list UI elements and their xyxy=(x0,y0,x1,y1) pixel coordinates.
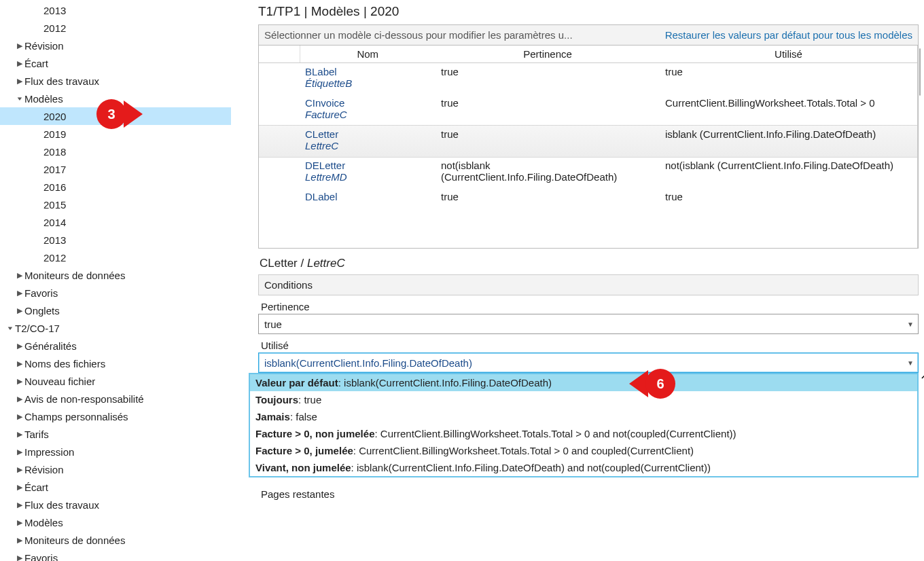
dropdown-option[interactable]: Jamais: false xyxy=(250,408,917,425)
tree-item[interactable]: Écart xyxy=(0,54,231,72)
tree-item-label: Onglets xyxy=(24,305,60,316)
pertinence-label: Pertinence xyxy=(258,295,919,314)
utilise-combo[interactable]: isblank(CurrentClient.Info.Filing.DateOf… xyxy=(258,352,919,373)
sidebar: 20132012RévisionÉcartFlux des travauxMod… xyxy=(0,0,231,561)
dropdown-option[interactable]: Toujours: true xyxy=(250,391,917,408)
chevron-down-icon: ▼ xyxy=(907,359,914,367)
dropdown-option[interactable]: Vivant, non jumelée: isblank(CurrentClie… xyxy=(250,459,917,476)
tree-item-label: Modèles xyxy=(24,93,63,105)
chevron-right-icon xyxy=(15,271,24,280)
tree-item[interactable]: Nouveau fichier xyxy=(0,372,231,390)
tree-item-label: Révision xyxy=(24,40,64,52)
tree-item[interactable]: 2012 xyxy=(0,249,231,266)
tree-item-label: Modèles xyxy=(24,517,63,528)
tree-item[interactable]: Impression xyxy=(0,443,231,460)
tree-item[interactable]: 2017 xyxy=(0,160,231,178)
table-scrollbar[interactable] xyxy=(917,46,918,248)
chevron-right-icon xyxy=(15,501,24,509)
restore-defaults-link[interactable]: Restaurer les valeurs par défaut pour to… xyxy=(665,29,912,41)
tree-item[interactable]: 2013 xyxy=(0,1,231,19)
chevron-down-icon xyxy=(5,324,15,332)
tree-item-label: 2014 xyxy=(43,217,66,228)
tree-item-label: 2018 xyxy=(43,146,66,158)
tree-item[interactable]: Champs personnalisés xyxy=(0,408,231,425)
chevron-right-icon xyxy=(15,536,24,545)
tree-item-label: 2013 xyxy=(43,234,66,246)
dropdown-option[interactable]: Facture > 0, non jumelée: CurrentClient.… xyxy=(250,425,917,442)
chevron-right-icon xyxy=(15,41,24,50)
chevron-right-icon xyxy=(15,518,24,527)
tree-item-label: Nouveau fichier xyxy=(24,376,95,387)
subheader: Sélectionner un modèle ci-dessous pour m… xyxy=(258,24,919,45)
tree-item[interactable]: Flux des travaux xyxy=(0,496,231,513)
dropdown-option[interactable]: Facture > 0, jumelée: CurrentClient.Bill… xyxy=(250,442,917,459)
tree-item-label: 2016 xyxy=(43,181,66,193)
tree-item-label: Avis de non-responsabilité xyxy=(24,393,144,405)
chevron-right-icon xyxy=(15,465,24,474)
table-row[interactable]: CInvoiceFactureCtrueCurrentClient.Billin… xyxy=(259,94,917,126)
tree-item[interactable]: Révision xyxy=(0,37,231,54)
breadcrumb: T1/TP1 | Modèles | 2020 xyxy=(258,0,919,24)
tree-item[interactable]: 2015 xyxy=(0,196,231,213)
table-row[interactable]: DLabeltruetrue xyxy=(259,188,917,208)
tree-item[interactable]: Révision xyxy=(0,460,231,478)
tree-item[interactable]: Flux des travaux xyxy=(0,72,231,90)
tree-item-label: 2012 xyxy=(43,252,66,264)
chevron-down-icon: ▼ xyxy=(907,321,914,328)
tree-item[interactable]: Favoris xyxy=(0,549,231,561)
tree-item-label: Écart xyxy=(24,58,48,69)
detail-title: CLetter / LettreC xyxy=(258,249,919,274)
callout-3: 3 xyxy=(96,99,143,129)
tree-item[interactable]: Moniteurs de données xyxy=(0,266,231,284)
tree-item-label: Moniteurs de données xyxy=(24,535,125,546)
tree-item-label: Généralités xyxy=(24,340,77,352)
tree-item[interactable]: Modèles xyxy=(0,513,231,531)
tree-item[interactable]: 2018 xyxy=(0,143,231,160)
utilise-dropdown[interactable]: Valeur par défaut: isblank(CurrentClient… xyxy=(249,373,919,477)
table-row[interactable]: CLetterLettreCtrueisblank (CurrentClient… xyxy=(259,126,917,157)
tree-item[interactable]: Avis de non-responsabilité xyxy=(0,390,231,408)
tree-item[interactable]: Favoris xyxy=(0,284,231,302)
tree-item-label: Moniteurs de données xyxy=(24,270,125,281)
tree-item[interactable]: Écart xyxy=(0,478,231,496)
tree-item[interactable]: Généralités xyxy=(0,337,231,355)
tree-item-label: Révision xyxy=(24,464,64,475)
chevron-right-icon xyxy=(15,59,24,68)
tree-item[interactable]: Tarifs xyxy=(0,425,231,443)
pertinence-combo[interactable]: true ▼ xyxy=(258,314,919,334)
tree-item-label: 2017 xyxy=(43,164,66,175)
chevron-right-icon xyxy=(15,554,24,562)
tree-item[interactable]: 2012 xyxy=(0,19,231,37)
col-nom[interactable]: Nom xyxy=(300,46,436,63)
tree-item-label: T2/CO-17 xyxy=(15,323,60,334)
templates-table: Nom Pertinence Utilisé BLabelÉtiquetteBt… xyxy=(258,45,919,249)
tree-item[interactable]: Moniteurs de données xyxy=(0,531,231,549)
tree-item[interactable]: T2/CO-17 xyxy=(0,319,231,337)
tree-item-label: 2020 xyxy=(43,111,66,122)
tree-item-label: Favoris xyxy=(24,287,58,299)
tree-item-label: 2013 xyxy=(43,5,66,16)
col-blank[interactable] xyxy=(259,46,300,63)
chevron-right-icon xyxy=(15,289,24,297)
tree-item-label: 2015 xyxy=(43,199,66,211)
table-row[interactable]: DELetterLettreMDnot(isblank (CurrentClie… xyxy=(259,157,917,188)
tree-item-label: Favoris xyxy=(24,552,58,562)
tree-item[interactable]: 2016 xyxy=(0,178,231,196)
tree-item[interactable]: 2014 xyxy=(0,213,231,231)
col-pertinence[interactable]: Pertinence xyxy=(436,46,660,63)
dropdown-option[interactable]: Valeur par défaut: isblank(CurrentClient… xyxy=(250,374,917,391)
subheader-text: Sélectionner un modèle ci-dessous pour m… xyxy=(264,29,573,41)
chevron-right-icon xyxy=(15,395,24,403)
tree-item[interactable]: 2013 xyxy=(0,231,231,249)
tree-item-label: Tarifs xyxy=(24,429,49,440)
tree-item[interactable]: Noms des fichiers xyxy=(0,355,231,372)
table-row[interactable]: BLabelÉtiquetteBtruetrue xyxy=(259,63,917,95)
chevron-down-icon xyxy=(15,94,24,103)
pages-restantes-label: Pages restantes xyxy=(258,483,334,501)
tree-item[interactable]: Onglets xyxy=(0,302,231,319)
section-conditions: Conditions xyxy=(258,274,919,295)
tree-item-label: Flux des travaux xyxy=(24,499,99,511)
col-utilise[interactable]: Utilisé xyxy=(660,46,917,63)
chevron-right-icon xyxy=(15,342,24,350)
chevron-right-icon xyxy=(15,77,24,86)
